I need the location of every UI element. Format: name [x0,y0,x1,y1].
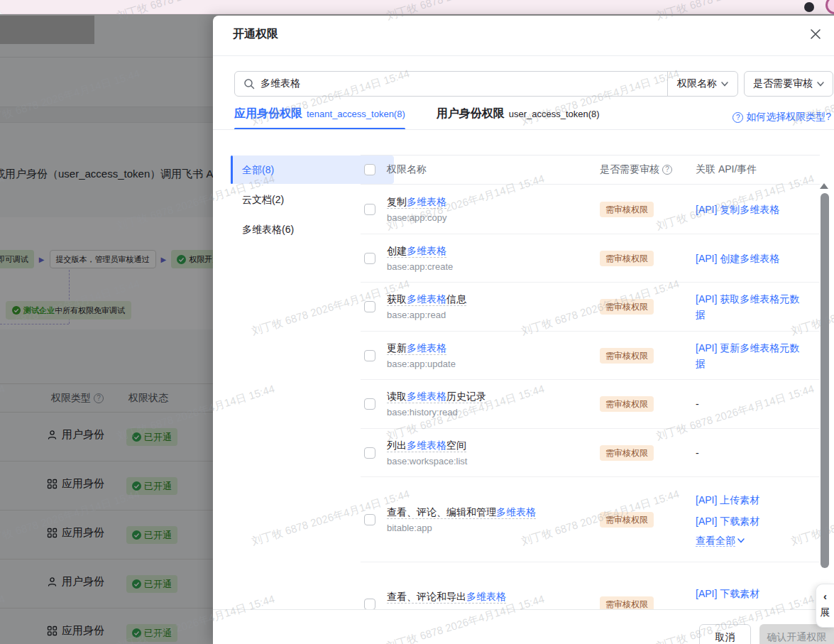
bitable-term-link[interactable]: 多维表格 [407,391,446,402]
bitable-term-link[interactable]: 多维表格 [407,196,446,207]
permission-name: 查看、评论、编辑和管理多维表格 [387,504,600,520]
bitable-term-link[interactable]: 多维表格 [407,293,446,305]
permission-name: 创建多维表格 [387,243,600,258]
search-value: 多维表格 [260,77,300,90]
no-related-api: - [696,398,699,410]
audit-required-badge: 需审核权限 [600,202,654,217]
bitable-term-link[interactable]: 多维表格 [407,245,446,256]
bitable-term-link[interactable]: 多维表格 [407,440,446,451]
chevron-down-icon [721,82,728,87]
api-link[interactable]: [API] 更新多维表格元数据 [696,340,808,371]
permission-rows: 复制多维表格base:app:copy需审核权限[API] 复制多维表格创建多维… [361,185,820,644]
modal-footer: 取消 确认开通权限 [213,609,834,644]
permission-name: 查看、评论和导出多维表格 [387,589,600,604]
audit-required-badge: 需审核权限 [600,512,654,528]
cancel-button[interactable]: 取消 [699,624,751,644]
question-circle-icon: ? [733,112,743,123]
scrollbar-up-arrow[interactable] [820,183,828,189]
banner-dot-icon [804,2,814,12]
help-link[interactable]: ? 如何选择权限类型? [733,111,831,124]
close-icon[interactable] [807,26,824,43]
column-permission-name: 权限名称 [387,163,600,176]
tab-tenant-access-token[interactable]: 应用身份权限 tenant_access_token(8) [234,107,405,130]
view-all-link[interactable]: 查看全部 [696,535,808,547]
column-audit: 是否需要审核 [600,163,659,176]
avatar[interactable] [825,0,834,14]
search-icon [243,78,255,89]
row-checkbox[interactable] [364,204,375,215]
tab-token-count: user_access_token(8) [509,109,600,119]
permission-name: 读取多维表格历史记录 [387,388,600,404]
search-field-label: 权限名称 [677,77,717,90]
permission-row: 查看、评论、编辑和管理多维表格bitable:app需审核权限[API] 上传素… [361,477,820,562]
help-link-label: 如何选择权限类型? [746,111,831,124]
screen: 或用户身份（user_access_token）调用飞书 API； 用 API，… [0,0,834,644]
api-link[interactable]: [API] 复制多维表格 [696,202,808,217]
audit-required-badge: 需审核权限 [600,348,654,364]
tab-user-access-token[interactable]: 用户身份权限 user_access_token(8) [437,107,600,130]
permission-row: 复制多维表格base:app:copy需审核权限[API] 复制多维表格 [361,185,820,234]
audit-filter-select[interactable]: 是否需要审核 [744,71,833,97]
divider [213,129,834,130]
tab-token-count: tenant_access_token(8) [307,109,405,119]
api-link[interactable]: [API] 下载素材 [696,586,808,601]
audit-filter-label: 是否需要审核 [753,77,813,90]
search-input[interactable]: 多维表格 权限名称 [234,71,738,97]
modal-title: 开通权限 [233,27,278,42]
permission-code: base:app:update [387,357,600,371]
permission-row: 更新多维表格base:app:update需审核权限[API] 更新多维表格元数… [361,332,820,380]
bitable-term-link[interactable]: 多维表格 [407,342,446,354]
chevron-left-icon: ‹ [823,590,827,602]
tab-label: 应用身份权限 [234,107,302,121]
scrollbar-thumb[interactable] [821,193,829,568]
permission-tabs: 应用身份权限 tenant_access_token(8) 用户身份权限 use… [234,107,600,130]
permission-row: 获取多维表格信息base:app:read需审核权限[API] 获取多维表格元数… [361,283,820,332]
permission-code: base:app:read [387,308,600,322]
tab-label: 用户身份权限 [437,107,505,121]
audit-required-badge: 需审核权限 [600,396,654,412]
open-permission-modal: 开通权限 多维表格 权限名称 是否需要审核 应用身份权限 tenant_acce… [213,16,834,644]
row-checkbox[interactable] [364,599,375,610]
top-banner [0,0,834,14]
permission-code: base:app:copy [387,211,600,225]
audit-required-badge: 需审核权限 [600,445,654,461]
row-checkbox[interactable] [364,447,375,459]
column-related-api: 关联 API/事件 [696,163,820,176]
table-header-row: 权限名称 是否需要审核? 关联 API/事件 [361,155,820,185]
permission-name: 更新多维表格 [387,340,600,356]
bitable-term-link[interactable]: 多维表格 [466,591,506,602]
permission-row: 列出多维表格空间base:workspace:list需审核权限- [361,429,820,477]
no-related-api: - [696,447,699,459]
permission-name: 复制多维表格 [387,194,600,209]
permission-name: 列出多维表格空间 [387,437,600,453]
api-link[interactable]: [API] 获取多维表格元数据 [696,291,808,322]
audit-required-badge: 需审核权限 [600,299,654,315]
permission-code: base:workspace:list [387,454,600,469]
expand-drawer-button[interactable]: ‹ 展 [816,584,834,628]
permission-row: 创建多维表格base:app:create需审核权限[API] 创建多维表格 [361,234,820,283]
search-field-select[interactable]: 权限名称 [667,72,737,96]
permission-code: base:app:create [387,260,600,274]
row-checkbox[interactable] [364,514,375,525]
row-checkbox[interactable] [364,253,375,264]
permission-table: 权限名称 是否需要审核? 关联 API/事件 复制多维表格base:app:co… [361,155,820,644]
permission-code: bitable:app [387,521,600,535]
expand-label: 展 [821,606,830,619]
api-link[interactable]: [API] 创建多维表格 [696,251,808,266]
row-checkbox[interactable] [364,398,375,410]
select-all-checkbox[interactable] [364,164,375,175]
question-circle-icon: ? [662,165,672,175]
bitable-term-link[interactable]: 多维表格 [496,506,536,518]
api-link[interactable]: [API] 下载素材 [696,513,808,529]
audit-required-badge: 需审核权限 [600,251,654,266]
chevron-down-icon [817,82,824,87]
divider [213,55,834,56]
permission-code: base:history:read [387,405,600,420]
permission-row: 读取多维表格历史记录base:history:read需审核权限- [361,380,820,429]
row-checkbox[interactable] [364,301,375,312]
api-link[interactable]: [API] 上传素材 [696,492,808,508]
permission-name: 获取多维表格信息 [387,291,600,307]
row-checkbox[interactable] [364,350,375,361]
